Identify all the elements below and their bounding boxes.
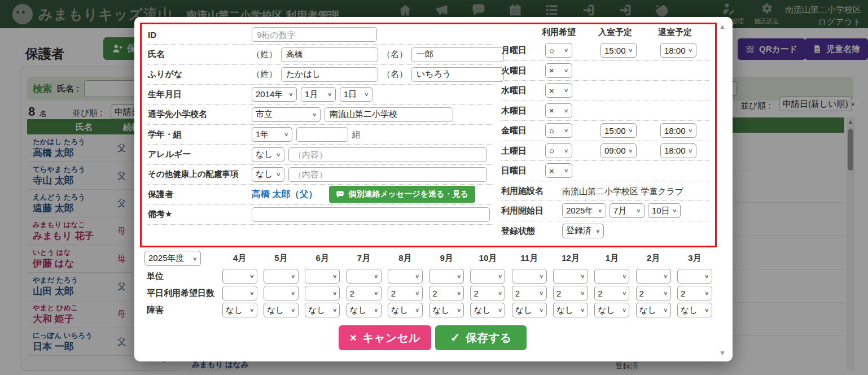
exit-time-select[interactable]: 18:00∨ bbox=[660, 143, 696, 158]
weekday-count-select[interactable]: ∨ bbox=[305, 286, 340, 300]
weekday-count-row-label: 平日利用希望日数 bbox=[147, 288, 214, 299]
col-in-label: 入室予定 bbox=[598, 27, 632, 38]
start-day-select[interactable]: 10日∨ bbox=[648, 203, 681, 218]
family-kana-input[interactable] bbox=[281, 67, 378, 82]
entry-time-select[interactable]: 15:00∨ bbox=[600, 123, 637, 138]
weekday-count-select[interactable]: 2∨ bbox=[429, 286, 464, 300]
modal-scroll-up-icon[interactable]: ▲ bbox=[719, 23, 726, 30]
chevron-down-icon: ∨ bbox=[663, 307, 668, 313]
form-row-school: 通学先小学校名 市立∨ bbox=[148, 105, 493, 125]
family-name-input[interactable] bbox=[281, 47, 378, 62]
unit-select[interactable]: ∨ bbox=[594, 269, 629, 284]
unit-select[interactable]: ∨ bbox=[429, 269, 464, 284]
unit-select[interactable]: ∨ bbox=[388, 269, 423, 284]
chevron-down-icon: ∨ bbox=[580, 307, 585, 313]
unit-select[interactable]: ∨ bbox=[636, 269, 671, 284]
use-select[interactable]: ×∨ bbox=[545, 83, 572, 98]
disability-select[interactable]: なし∨ bbox=[264, 303, 299, 317]
chevron-down-icon: ∨ bbox=[704, 273, 709, 279]
reg-status-select[interactable]: 登録済∨ bbox=[562, 224, 604, 238]
disability-select[interactable]: なし∨ bbox=[636, 303, 671, 317]
use-select[interactable]: ×∨ bbox=[545, 63, 572, 78]
disability-select[interactable]: なし∨ bbox=[594, 303, 629, 317]
grade-select[interactable]: 1年∨ bbox=[252, 127, 292, 142]
use-select[interactable]: ×∨ bbox=[545, 163, 572, 178]
weekday-count-select[interactable]: 2∨ bbox=[594, 286, 629, 300]
unit-select[interactable]: ∨ bbox=[305, 269, 340, 284]
disability-select[interactable]: なし∨ bbox=[429, 303, 464, 317]
unit-select[interactable]: ∨ bbox=[512, 269, 547, 284]
weekday-count-select[interactable]: 2∨ bbox=[512, 286, 547, 300]
weekday-count-select[interactable]: 2∨ bbox=[636, 286, 671, 300]
use-select[interactable]: ○∨ bbox=[545, 123, 572, 138]
unit-select[interactable]: ∨ bbox=[677, 269, 712, 284]
unit-select[interactable]: ∨ bbox=[553, 269, 588, 284]
form-row-kana: ふりがな （姓） （名） bbox=[148, 65, 493, 85]
chevron-down-icon: ∨ bbox=[249, 290, 255, 296]
chevron-down-icon: ∨ bbox=[628, 148, 633, 154]
fiscal-year-select[interactable]: 2025年度∨ bbox=[144, 251, 201, 266]
chevron-down-icon: ∨ bbox=[374, 273, 379, 279]
weekday-count-select[interactable]: 2∨ bbox=[388, 286, 423, 300]
disability-select[interactable]: なし∨ bbox=[512, 303, 547, 317]
weekday-row: 木曜日 ×∨ ∨ ∨ bbox=[501, 101, 709, 121]
weekday-count-select[interactable]: ∨ bbox=[264, 286, 299, 300]
modal-scroll-down-icon[interactable]: ▼ bbox=[719, 349, 726, 357]
chevron-down-icon: ∨ bbox=[374, 290, 379, 296]
note-input[interactable] bbox=[252, 207, 490, 222]
guardian-link[interactable]: 高橋 太郎（父） bbox=[252, 189, 317, 200]
unit-select[interactable]: ∨ bbox=[264, 269, 299, 284]
chevron-down-icon: ∨ bbox=[332, 273, 337, 279]
disability-select[interactable]: なし∨ bbox=[470, 303, 505, 317]
birth-year-select[interactable]: 2014年∨ bbox=[252, 87, 297, 102]
health-select[interactable]: なし∨ bbox=[252, 167, 284, 182]
save-button[interactable]: ✓ 保存する bbox=[435, 325, 527, 350]
id-input[interactable] bbox=[252, 27, 377, 42]
disability-select[interactable]: なし∨ bbox=[677, 303, 712, 317]
birth-month-select[interactable]: 1月∨ bbox=[301, 87, 336, 102]
chevron-down-icon: ∨ bbox=[564, 88, 569, 93]
month-label: 3月 bbox=[688, 253, 701, 264]
disability-select[interactable]: なし∨ bbox=[347, 303, 382, 317]
screen: みまもりキッズ流山 南流山第二小学校区 利用者管理 利用者管理 施設設定 bbox=[0, 0, 868, 375]
given-kana-input[interactable] bbox=[411, 67, 504, 82]
health-detail-input[interactable] bbox=[288, 167, 487, 182]
allergy-detail-input[interactable] bbox=[288, 147, 487, 162]
given-name-input[interactable] bbox=[411, 47, 504, 62]
weekday-count-select[interactable]: 2∨ bbox=[470, 286, 505, 300]
weekday-count-select[interactable]: 2∨ bbox=[553, 286, 588, 300]
entry-time-select[interactable]: 09:00∨ bbox=[600, 143, 637, 158]
unit-select[interactable]: ∨ bbox=[222, 269, 257, 284]
birth-day-select[interactable]: 1日∨ bbox=[340, 87, 372, 102]
weekday-count-select[interactable]: 2∨ bbox=[347, 286, 382, 300]
disability-select[interactable]: なし∨ bbox=[222, 303, 257, 317]
chevron-down-icon: ∨ bbox=[192, 256, 198, 261]
weekday-row: 火曜日 ×∨ ∨ ∨ bbox=[501, 61, 709, 81]
use-select[interactable]: ○∨ bbox=[545, 143, 572, 158]
chevron-down-icon: ∨ bbox=[636, 208, 641, 213]
send-message-button[interactable]: 個別連絡メッセージを送る・見る bbox=[329, 186, 475, 203]
weekday-count-select[interactable]: ∨ bbox=[222, 286, 257, 300]
disability-select[interactable]: なし∨ bbox=[553, 303, 588, 317]
school-type-select[interactable]: 市立∨ bbox=[252, 107, 321, 122]
start-month-select[interactable]: 7月∨ bbox=[610, 203, 645, 218]
entry-time-select[interactable]: 15:00∨ bbox=[600, 43, 637, 58]
unit-select[interactable]: ∨ bbox=[470, 269, 505, 284]
allergy-select[interactable]: なし∨ bbox=[252, 147, 284, 162]
chevron-down-icon: ∨ bbox=[332, 290, 337, 296]
disability-select[interactable]: なし∨ bbox=[305, 303, 340, 317]
unit-select[interactable]: ∨ bbox=[347, 269, 382, 284]
cancel-button[interactable]: × キャンセル bbox=[339, 325, 431, 350]
exit-time-select[interactable]: 18:00∨ bbox=[660, 43, 696, 58]
class-input[interactable] bbox=[296, 127, 348, 142]
school-name-input[interactable] bbox=[325, 107, 453, 122]
use-select[interactable]: ○∨ bbox=[545, 43, 572, 58]
disability-select[interactable]: なし∨ bbox=[388, 303, 423, 317]
use-select[interactable]: ×∨ bbox=[545, 103, 572, 118]
chevron-down-icon: ∨ bbox=[564, 108, 569, 114]
chevron-down-icon: ∨ bbox=[288, 91, 293, 97]
weekday-count-select[interactable]: 2∨ bbox=[677, 286, 712, 300]
exit-time-select[interactable]: 18:00∨ bbox=[660, 123, 696, 138]
start-year-select[interactable]: 2025年∨ bbox=[562, 203, 606, 218]
chevron-down-icon: ∨ bbox=[498, 273, 503, 279]
